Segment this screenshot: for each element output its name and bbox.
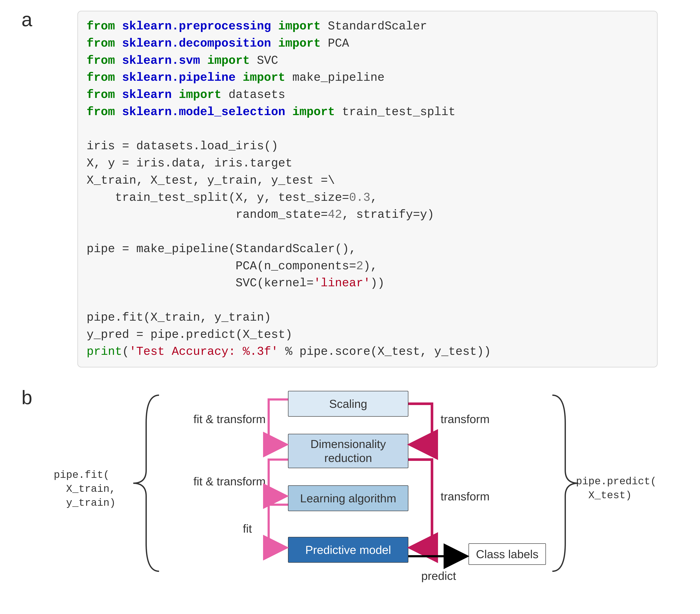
label-fit-transform-1: fit & transform	[193, 412, 266, 426]
label-fit-transform-2: fit & transform	[193, 475, 266, 488]
code-block: from sklearn.preprocessing import Standa…	[77, 11, 658, 368]
box-dimred-label: Dimensionalityreduction	[310, 437, 386, 465]
box-scaling-label: Scaling	[329, 397, 367, 410]
call-predict: pipe.predict( X_test)	[576, 475, 657, 502]
box-dimred: Dimensionalityreduction	[288, 434, 408, 468]
call-fit: pipe.fit( X_train, y_train)	[54, 468, 116, 510]
box-learning-label: Learning algorithm	[300, 491, 396, 505]
label-transform-1: transform	[441, 412, 490, 426]
pipeline-diagram: Scaling Dimensionalityreduction Learning…	[26, 389, 671, 603]
box-classlabels: Class labels	[468, 543, 546, 565]
box-model-label: Predictive model	[305, 543, 391, 557]
box-learning: Learning algorithm	[288, 485, 408, 511]
box-classlabels-label: Class labels	[476, 547, 538, 561]
panel-label-a: a	[22, 9, 32, 31]
label-transform-2: transform	[441, 490, 490, 503]
label-predict: predict	[421, 569, 456, 583]
box-model: Predictive model	[288, 537, 408, 563]
box-scaling: Scaling	[288, 391, 408, 417]
code-content: from sklearn.preprocessing import Standa…	[87, 18, 648, 360]
label-fit: fit	[243, 522, 252, 535]
